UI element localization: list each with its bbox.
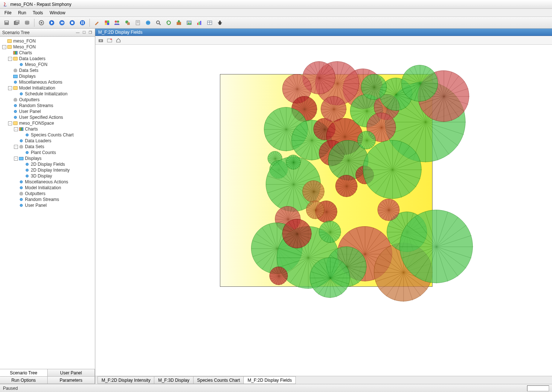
tree-node[interactable]: Charts bbox=[1, 50, 94, 56]
tree-node[interactable]: Schedule Initialization bbox=[1, 91, 94, 97]
svg-line-222 bbox=[275, 152, 277, 159]
image-icon[interactable] bbox=[185, 18, 194, 27]
svg-line-869 bbox=[396, 95, 406, 108]
play-icon[interactable] bbox=[47, 18, 56, 27]
table-icon[interactable] bbox=[205, 18, 214, 27]
tree-node[interactable]: Random Streams bbox=[1, 197, 94, 202]
tree-node[interactable]: -Data Sets bbox=[1, 144, 94, 150]
tree-node[interactable]: Outputters bbox=[1, 191, 94, 197]
tree-node[interactable]: Outputters bbox=[1, 97, 94, 103]
svg-line-900 bbox=[370, 75, 374, 87]
tree-node[interactable]: Data Sets bbox=[1, 67, 94, 73]
svg-line-702 bbox=[365, 228, 373, 254]
tree-node[interactable]: Model Initialization bbox=[1, 185, 94, 191]
svg-line-824 bbox=[389, 204, 398, 210]
tree-label: Charts bbox=[19, 50, 32, 55]
agent-circle bbox=[401, 65, 438, 102]
menu-run[interactable]: Run bbox=[15, 10, 29, 16]
tree-node[interactable]: -meso_FONSpace bbox=[1, 120, 94, 126]
save-icon[interactable] bbox=[2, 18, 11, 27]
database-icon[interactable] bbox=[23, 18, 32, 27]
tree-node[interactable]: User Specified Actions bbox=[1, 114, 94, 120]
svg-line-730 bbox=[330, 278, 336, 297]
document-icon[interactable] bbox=[133, 18, 142, 27]
tree-node[interactable]: -Displays bbox=[1, 155, 94, 161]
snapshot-icon[interactable] bbox=[106, 37, 113, 44]
palette-icon[interactable] bbox=[103, 18, 111, 27]
svg-line-850 bbox=[294, 162, 296, 169]
tab-user-panel[interactable]: User Panel bbox=[47, 369, 95, 377]
tree-node[interactable]: Displays bbox=[1, 73, 94, 79]
expander-icon[interactable]: - bbox=[8, 121, 12, 125]
svg-line-432 bbox=[377, 128, 382, 142]
tree-node[interactable]: Meso_FON bbox=[1, 62, 94, 67]
tab-2d-fields[interactable]: M_F:2D Display Fields bbox=[243, 376, 296, 384]
tree-node[interactable]: 3D Display bbox=[1, 173, 94, 179]
tree-node[interactable]: Data Loaders bbox=[1, 138, 94, 144]
menu-window[interactable]: Window bbox=[47, 10, 68, 16]
export-icon[interactable] bbox=[174, 18, 183, 27]
refresh-icon[interactable] bbox=[164, 18, 173, 27]
scenario-tree[interactable]: meso_FON-Meso_FONCharts-Data LoadersMeso… bbox=[0, 37, 95, 369]
tab-2d-intensity[interactable]: M_F:2D Display Intensity bbox=[97, 376, 154, 384]
tree-node[interactable]: -Meso_FON bbox=[1, 44, 94, 50]
step-icon[interactable] bbox=[58, 18, 66, 27]
tree-node[interactable]: -Data Loaders bbox=[1, 56, 94, 62]
save-all-icon[interactable] bbox=[12, 18, 21, 27]
svg-line-270 bbox=[312, 140, 318, 160]
chart-icon[interactable] bbox=[195, 18, 204, 27]
camera-icon[interactable] bbox=[97, 37, 104, 44]
tree-node[interactable]: -Model Initialization bbox=[1, 85, 94, 91]
expander-icon[interactable]: - bbox=[14, 145, 18, 149]
maximize-icon[interactable]: ☐ bbox=[81, 30, 87, 35]
svg-line-847 bbox=[294, 162, 301, 165]
tree-node[interactable]: Species Counts Chart bbox=[1, 132, 94, 138]
tree-node[interactable]: User Panel bbox=[1, 109, 94, 114]
expander-icon[interactable]: - bbox=[2, 45, 6, 49]
expander-icon[interactable]: - bbox=[14, 127, 18, 131]
display-bottom-tabs: M_F:2D Display Intensity M_F:3D Display … bbox=[95, 376, 552, 384]
menu-file[interactable]: File bbox=[1, 10, 14, 16]
bullet-icon bbox=[25, 168, 30, 173]
tree-node[interactable]: -Charts bbox=[1, 126, 94, 132]
restore-icon[interactable]: ❐ bbox=[88, 30, 93, 35]
tree-label: Plant Counts bbox=[31, 150, 56, 155]
tree-node[interactable]: Random Streams bbox=[1, 103, 94, 109]
expander-icon[interactable]: - bbox=[14, 157, 18, 161]
tree-node[interactable]: Miscellaneous Actions bbox=[1, 79, 94, 85]
tree-node[interactable]: 2D Display Fields bbox=[1, 161, 94, 167]
minimize-icon[interactable]: — bbox=[75, 30, 80, 35]
tab-parameters[interactable]: Parameters bbox=[47, 376, 95, 384]
tree-node[interactable]: Plant Counts bbox=[1, 150, 94, 155]
brush-icon[interactable] bbox=[92, 18, 101, 27]
stop-icon[interactable] bbox=[68, 18, 77, 27]
shapes-icon[interactable] bbox=[123, 18, 132, 27]
svg-line-314 bbox=[324, 109, 334, 117]
menu-tools[interactable]: Tools bbox=[30, 10, 46, 16]
pause-icon[interactable] bbox=[78, 18, 87, 27]
tab-run-options[interactable]: Run Options bbox=[0, 376, 48, 384]
zoom-icon[interactable] bbox=[154, 18, 163, 27]
tree-node[interactable]: meso_FON bbox=[1, 38, 94, 44]
globe-icon[interactable] bbox=[144, 18, 152, 27]
agent-circle bbox=[357, 131, 376, 149]
expander-icon[interactable]: - bbox=[8, 57, 12, 61]
tree-label: Species Counts Chart bbox=[31, 132, 74, 138]
display-canvas[interactable] bbox=[95, 45, 552, 376]
tree-node[interactable]: User Panel bbox=[1, 202, 94, 208]
tab-scenario-tree[interactable]: Scenario Tree bbox=[0, 369, 48, 377]
users-icon[interactable] bbox=[113, 18, 122, 27]
tab-species-counts[interactable]: Species Counts Chart bbox=[193, 376, 244, 384]
reset-icon[interactable] bbox=[37, 18, 46, 27]
bug-icon[interactable] bbox=[216, 18, 224, 27]
svg-line-145 bbox=[319, 73, 335, 78]
svg-line-742 bbox=[330, 259, 336, 278]
svg-line-68 bbox=[444, 96, 465, 111]
tab-3d-display[interactable]: M_F:3D Display bbox=[154, 376, 193, 384]
expander-icon[interactable]: - bbox=[8, 86, 12, 90]
tree-node[interactable]: Miscellaneous Actions bbox=[1, 179, 94, 185]
home-icon[interactable] bbox=[115, 37, 122, 44]
tree-node[interactable]: 2D Display Intensity bbox=[1, 167, 94, 173]
svg-line-394 bbox=[354, 111, 367, 121]
left-panel: Scenario Tree — ☐ ❐ meso_FON-Meso_FONCha… bbox=[0, 29, 95, 384]
